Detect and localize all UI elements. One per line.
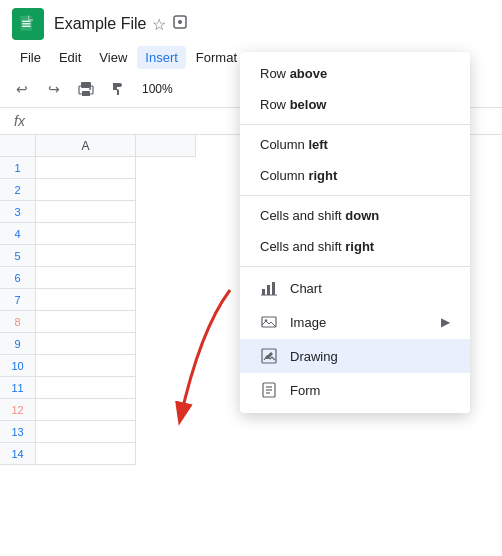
cell-a1[interactable]: [36, 157, 136, 179]
insert-chart[interactable]: Chart: [240, 271, 470, 305]
row-num-11[interactable]: 11: [0, 377, 35, 399]
insert-column-left[interactable]: Column left: [240, 129, 470, 160]
chart-label: Chart: [290, 281, 450, 296]
star-icon[interactable]: ☆: [152, 15, 166, 34]
divider-1: [240, 124, 470, 125]
cell-a6[interactable]: [36, 267, 136, 289]
cell-a12[interactable]: [36, 399, 136, 421]
row-num-6[interactable]: 6: [0, 267, 35, 289]
drawing-label: Drawing: [290, 349, 450, 364]
print-button[interactable]: [72, 75, 100, 103]
row-headers: 1 2 3 4 5 6 7 8 9 10 11 12 13 14: [0, 157, 36, 465]
row-num-9[interactable]: 9: [0, 333, 35, 355]
insert-row-above[interactable]: Row above: [240, 58, 470, 89]
cell-a13[interactable]: [36, 421, 136, 443]
image-icon: [260, 313, 278, 331]
svg-rect-3: [22, 23, 30, 24]
menu-format[interactable]: Format: [188, 46, 245, 69]
cell-a3[interactable]: [36, 201, 136, 223]
insert-row-below[interactable]: Row below: [240, 89, 470, 120]
row-num-5[interactable]: 5: [0, 245, 35, 267]
row-num-3[interactable]: 3: [0, 201, 35, 223]
fx-label: fx: [8, 111, 31, 131]
menu-file[interactable]: File: [12, 46, 49, 69]
row-num-2[interactable]: 2: [0, 179, 35, 201]
row-num-7[interactable]: 7: [0, 289, 35, 311]
divider-3: [240, 266, 470, 267]
row-num-1[interactable]: 1: [0, 157, 35, 179]
svg-rect-12: [267, 285, 270, 295]
grid-cells: [36, 157, 136, 465]
cell-a9[interactable]: [36, 333, 136, 355]
cell-a2[interactable]: [36, 179, 136, 201]
corner-cell: [0, 135, 36, 157]
row-num-10[interactable]: 10: [0, 355, 35, 377]
row-num-4[interactable]: 4: [0, 223, 35, 245]
menu-insert[interactable]: Insert: [137, 46, 186, 69]
chart-icon: [260, 279, 278, 297]
cell-a4[interactable]: [36, 223, 136, 245]
row-num-12[interactable]: 12: [0, 399, 35, 421]
row-below-label: Row below: [260, 97, 450, 112]
image-submenu-arrow: ▶: [441, 315, 450, 329]
title-bar: Example File ☆: [0, 0, 502, 44]
col-left-label: Column left: [260, 137, 450, 152]
form-label: Form: [290, 383, 450, 398]
zoom-level[interactable]: 100%: [136, 80, 179, 98]
cells-shift-down-label: Cells and shift down: [260, 208, 450, 223]
col-right-label: Column right: [260, 168, 450, 183]
cell-a7[interactable]: [36, 289, 136, 311]
row-above-label: Row above: [260, 66, 450, 81]
cells-shift-right-label: Cells and shift right: [260, 239, 450, 254]
svg-rect-4: [22, 26, 30, 27]
drawing-icon: [260, 347, 278, 365]
insert-drawing[interactable]: Drawing: [240, 339, 470, 373]
paint-format-button[interactable]: [104, 75, 132, 103]
menu-view[interactable]: View: [91, 46, 135, 69]
cell-a8[interactable]: [36, 311, 136, 333]
divider-2: [240, 195, 470, 196]
svg-rect-13: [272, 282, 275, 295]
drive-icon[interactable]: [172, 14, 188, 34]
form-icon: [260, 381, 278, 399]
svg-rect-9: [82, 91, 90, 96]
menu-edit[interactable]: Edit: [51, 46, 89, 69]
cell-a5[interactable]: [36, 245, 136, 267]
svg-rect-2: [22, 21, 30, 22]
image-label: Image: [290, 315, 429, 330]
row-num-8[interactable]: 8: [0, 311, 35, 333]
title-info: Example File ☆: [54, 14, 188, 34]
row-num-14[interactable]: 14: [0, 443, 35, 465]
svg-point-6: [178, 20, 182, 24]
undo-button[interactable]: ↩: [8, 75, 36, 103]
insert-cells-shift-right[interactable]: Cells and shift right: [240, 231, 470, 262]
col-header-b[interactable]: [136, 135, 196, 157]
insert-column-right[interactable]: Column right: [240, 160, 470, 191]
row-num-13[interactable]: 13: [0, 421, 35, 443]
file-name[interactable]: Example File: [54, 15, 146, 33]
app-icon: [12, 8, 44, 40]
svg-rect-11: [262, 289, 265, 295]
cell-a11[interactable]: [36, 377, 136, 399]
insert-form[interactable]: Form: [240, 373, 470, 407]
insert-dropdown: Row above Row below Column left Column r…: [240, 52, 470, 413]
svg-rect-7: [81, 82, 91, 88]
col-header-a[interactable]: A: [36, 135, 136, 157]
svg-point-10: [89, 88, 91, 90]
redo-button[interactable]: ↪: [40, 75, 68, 103]
cell-a10[interactable]: [36, 355, 136, 377]
insert-image[interactable]: Image ▶: [240, 305, 470, 339]
insert-cells-shift-down[interactable]: Cells and shift down: [240, 200, 470, 231]
cell-a14[interactable]: [36, 443, 136, 465]
